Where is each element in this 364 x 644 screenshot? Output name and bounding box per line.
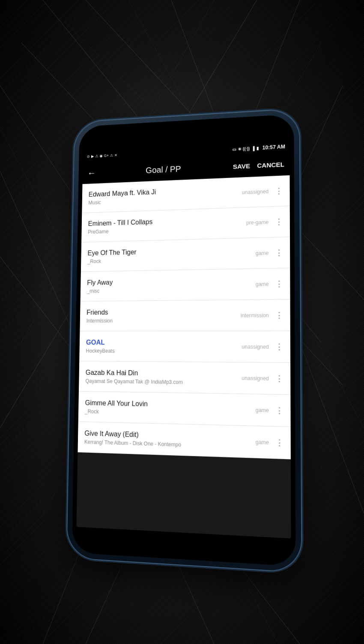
song-info: GOALHockeyBeats [86, 338, 238, 354]
song-subtitle: Intermission [87, 317, 238, 323]
status-icon-1: ⊘ [87, 154, 90, 158]
save-button[interactable]: SAVE [233, 162, 250, 170]
list-item[interactable]: Fly Away_miscgame [81, 268, 290, 301]
song-right: unassigned [238, 185, 285, 198]
cast-icon: ▭ [232, 147, 236, 151]
song-tag: game [238, 438, 269, 445]
song-menu-button[interactable] [272, 404, 286, 416]
song-right: unassigned [238, 341, 286, 352]
song-right: game [238, 246, 286, 259]
song-right: game [238, 404, 286, 416]
song-menu-button[interactable] [272, 278, 286, 289]
song-info: Edward Maya ft. Vika JiMusic [88, 184, 238, 205]
status-icon-3: ⚠ [95, 154, 98, 158]
song-menu-button[interactable] [272, 372, 286, 384]
song-menu-button[interactable] [272, 246, 286, 258]
song-tag: unassigned [238, 375, 269, 381]
page-title: Goal / PP [100, 162, 229, 177]
song-subtitle: HockeyBeats [86, 348, 238, 355]
status-icon-5: G+ [104, 153, 109, 157]
song-tag: intermission [238, 312, 269, 318]
list-item[interactable]: Gazab Ka Hai DinQayamat Se Qayamat Tak @… [79, 361, 290, 395]
song-menu-button[interactable] [272, 185, 285, 196]
song-menu-button[interactable] [273, 436, 286, 448]
list-item[interactable]: FriendsIntermissionintermission [80, 300, 290, 331]
song-tag: pre-game [238, 219, 269, 226]
song-list: Edward Maya ft. Vika JiMusicunassignedEm… [78, 175, 290, 459]
wifi-icon: ((·)) [243, 146, 250, 151]
status-time: 10:57 AM [263, 143, 285, 150]
back-button[interactable]: ← [87, 167, 96, 178]
song-tag: game [238, 281, 269, 287]
song-info: Fly Away_misc [87, 276, 238, 294]
song-right: game [238, 436, 286, 448]
song-title: Friends [87, 307, 238, 317]
list-item[interactable]: Gimme All Your Lovin_Rockgame [78, 391, 291, 427]
song-tag: unassigned [238, 343, 269, 350]
song-title: GOAL [86, 338, 238, 347]
song-info: FriendsIntermission [87, 307, 238, 323]
song-right: pre-game [238, 216, 285, 228]
list-item[interactable]: GOALHockeyBeatsunassigned [79, 331, 290, 362]
status-icon-7: ✕ [114, 153, 118, 157]
song-right: intermission [238, 309, 286, 321]
song-title: Gazab Ka Hai Din [86, 368, 238, 379]
cancel-button[interactable]: CANCEL [257, 160, 284, 169]
status-icons-right: ▭ ✳ ((·)) ▐ ▮ 10:57 AM [232, 143, 285, 152]
song-right: unassigned [238, 372, 286, 384]
song-title: Fly Away [87, 276, 238, 288]
song-info: Gimme All Your Lovin_Rock [85, 398, 238, 417]
song-right: game [238, 278, 286, 290]
phone-device: ⊘ ▶ ⚠ ◉ G+ ⚠ ✕ ▭ ✳ ((·)) ▐ ▮ 10:57 [67, 109, 301, 572]
song-tag: unassigned [238, 188, 269, 196]
list-item[interactable]: Eye Of The Tiger_Rockgame [81, 237, 290, 271]
status-icons-left: ⊘ ▶ ⚠ ◉ G+ ⚠ ✕ [87, 153, 118, 158]
song-info: Give It Away (Edit)Kerrang! The Album - … [84, 429, 238, 449]
song-menu-button[interactable] [272, 309, 286, 321]
song-info: Eminem - Till I CollapsPreGame [88, 215, 238, 234]
song-subtitle: _misc [87, 286, 238, 294]
song-tag: game [238, 249, 269, 256]
phone-screen: ⊘ ▶ ⚠ ◉ G+ ⚠ ✕ ▭ ✳ ((·)) ▐ ▮ 10:57 [76, 139, 291, 538]
song-tag: game [238, 406, 269, 413]
song-subtitle: Qayamat Se Qayamat Tak @ IndiaMp3.com [85, 378, 238, 386]
song-info: Gazab Ka Hai DinQayamat Se Qayamat Tak @… [85, 368, 238, 386]
status-icon-2: ▶ [91, 154, 94, 158]
song-info: Eye Of The Tiger_Rock [87, 246, 238, 264]
signal-icon: ▐ [251, 145, 254, 150]
song-menu-button[interactable] [272, 216, 286, 227]
status-icon-6: ⚠ [110, 153, 113, 157]
bluetooth-icon: ✳ [238, 146, 241, 151]
battery-icon: ▮ [256, 145, 259, 150]
status-icon-4: ◉ [99, 154, 103, 158]
list-item[interactable]: Give It Away (Edit)Kerrang! The Album - … [78, 421, 290, 459]
song-menu-button[interactable] [272, 341, 286, 352]
